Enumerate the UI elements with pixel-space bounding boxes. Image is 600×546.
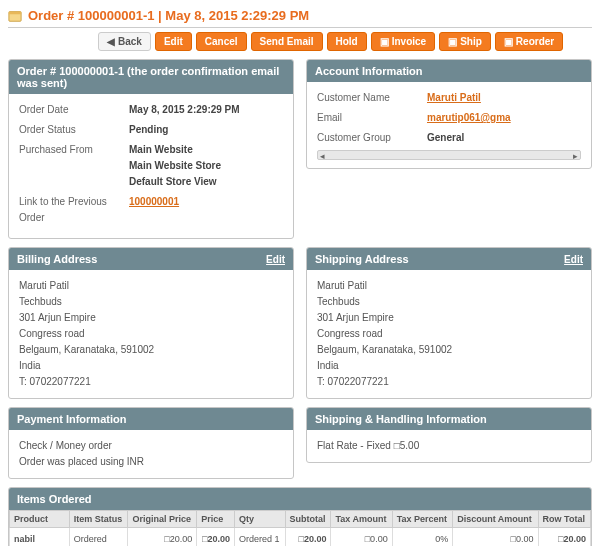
hold-button[interactable]: Hold [327,32,367,51]
back-icon: ◀ [107,36,115,47]
cell-row-total: □20.00 [538,528,590,547]
customer-group-label: Customer Group [317,130,427,146]
customer-name-link[interactable]: Maruti Patil [427,92,481,103]
send-email-button[interactable]: Send Email [251,32,323,51]
reorder-button[interactable]: ▣ Reorder [495,32,563,51]
col-row-total: Row Total [538,511,590,528]
cell-orig: □20.00 [128,528,197,547]
payment-text: Check / Money order Order was placed usi… [9,430,293,478]
cell-tax-pct: 0% [392,528,453,547]
customer-email-label: Email [317,110,427,126]
customer-group-value: General [427,130,581,146]
invoice-icon: ▣ [380,36,389,47]
col-status: Item Status [69,511,128,528]
ship-icon: ▣ [448,36,457,47]
page-header: Order # 100000001-1 | May 8, 2015 2:29:2… [8,8,592,28]
order-date-label: Order Date [19,102,129,118]
table-row: nabil SKU: 88888 Ordered □20.00 □20.00 O… [10,528,591,547]
purchased-from-value: Main Website Main Website Store Default … [129,142,283,190]
cancel-button[interactable]: Cancel [196,32,247,51]
order-status-label: Order Status [19,122,129,138]
cell-subtotal: □20.00 [285,528,331,547]
order-info-box: Order # 100000001-1 (the order confirmat… [8,59,294,239]
col-subtotal: Subtotal [285,511,331,528]
account-heading: Account Information [315,65,423,77]
shipping-method-text: Flat Rate - Fixed □5.00 [307,430,591,462]
col-qty: Qty [235,511,286,528]
cell-tax-amt: □0.00 [331,528,392,547]
col-product: Product [10,511,70,528]
invoice-button[interactable]: ▣ Invoice [371,32,435,51]
billing-box: Billing AddressEdit Maruti Patil Techbud… [8,247,294,399]
cell-qty: Ordered 1 [235,528,286,547]
billing-address: Maruti Patil Techbuds 301 Arjun Empire C… [9,270,293,398]
col-tax-pct: Tax Percent [392,511,453,528]
payment-heading: Payment Information [17,413,126,425]
cell-product: nabil SKU: 88888 [10,528,70,547]
cell-status: Ordered [69,528,128,547]
shipping-addr-heading: Shipping Address [315,253,409,265]
billing-heading: Billing Address [17,253,97,265]
order-info-heading: Order # 100000001-1 (the order confirmat… [17,65,285,89]
page-title: Order # 100000001-1 | May 8, 2015 2:29:2… [28,8,309,23]
col-price: Price [197,511,235,528]
order-status-value: Pending [129,122,283,138]
col-tax-amt: Tax Amount [331,511,392,528]
reorder-icon: ▣ [504,36,513,47]
shipping-addr-edit-link[interactable]: Edit [564,254,583,265]
col-orig: Original Price [128,511,197,528]
svg-rect-1 [9,11,21,14]
customer-name-label: Customer Name [317,90,427,106]
prev-order-link[interactable]: 100000001 [129,196,179,207]
cell-discount: □0.00 [453,528,538,547]
items-box: Items Ordered Product Item Status Origin… [8,487,592,546]
purchased-from-label: Purchased From [19,142,129,190]
shipping-method-box: Shipping & Handling Information Flat Rat… [306,407,592,463]
order-date-value: May 8, 2015 2:29:29 PM [129,102,283,118]
col-discount: Discount Amount [453,511,538,528]
edit-button[interactable]: Edit [155,32,192,51]
prev-order-label: Link to the Previous Order [19,194,129,226]
back-button[interactable]: ◀Back [98,32,151,51]
billing-edit-link[interactable]: Edit [266,254,285,265]
cell-price: □20.00 [197,528,235,547]
action-bar: ◀Back Edit Cancel Send Email Hold ▣ Invo… [8,32,592,51]
shipping-method-heading: Shipping & Handling Information [315,413,487,425]
ship-button[interactable]: ▣ Ship [439,32,491,51]
shipping-address: Maruti Patil Techbuds 301 Arjun Empire C… [307,270,591,398]
items-heading: Items Ordered [17,493,92,505]
customer-email-link[interactable]: marutip061@gma [427,112,511,123]
shipping-addr-box: Shipping AddressEdit Maruti Patil Techbu… [306,247,592,399]
order-icon [8,9,22,23]
horizontal-scrollbar[interactable] [317,150,581,160]
payment-box: Payment Information Check / Money order … [8,407,294,479]
account-box: Account Information Customer NameMaruti … [306,59,592,169]
items-table: Product Item Status Original Price Price… [9,510,591,546]
